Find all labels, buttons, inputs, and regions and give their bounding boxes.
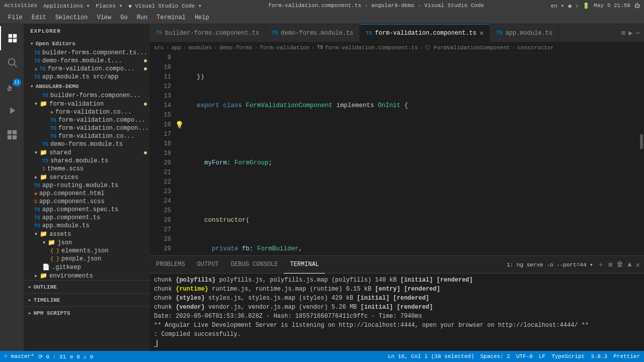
source-control-activity-icon[interactable]: 11 (0, 74, 24, 99)
tree-theme-scss[interactable]: Stheme.scss (24, 165, 150, 173)
tree-shared-folder[interactable]: ▾📁shared (24, 148, 150, 157)
close-panel-icon[interactable]: ✕ (636, 260, 640, 269)
applications-menu[interactable]: Applications ▾ (43, 3, 90, 9)
terminal-content[interactable]: chunk {polyfills} polyfills.js, polyfill… (150, 274, 644, 351)
prettier[interactable]: Prettier (613, 353, 640, 359)
run-activity-icon[interactable] (0, 99, 24, 123)
tree-gitkeep[interactable]: 📄.gitkeep (24, 263, 150, 272)
project-section-header[interactable]: ▾ANGULAR9-DEMO (24, 81, 150, 92)
vscode-menu[interactable]: ◆ Visual Studio Code ▾ (128, 3, 201, 9)
open-editor-form-validation[interactable]: ✕ TS form-validation.compo... (24, 65, 150, 73)
tree-shared-module[interactable]: TSshared.module.ts (24, 157, 150, 165)
split-terminal-icon[interactable]: ⊞ (608, 260, 612, 269)
encoding[interactable]: UTF-8 (516, 353, 533, 359)
tree-app-html[interactable]: ◈app.component.html (24, 190, 150, 198)
status-bar-left: ⑃ master* ⟳ 0 : 31 ⊘ 0 ⚠ 0 (4, 353, 93, 360)
tab-demo-forms[interactable]: TS demo-forms.module.ts (266, 24, 360, 42)
code-line-10: export class FormValidationComponent imp… (187, 101, 637, 111)
tree-fv-ts1[interactable]: TSform-validation.compo... (24, 116, 150, 124)
tab-app-module[interactable]: TS app.module.ts (490, 24, 559, 42)
maximize-panel-icon[interactable]: ▲ (627, 260, 631, 268)
tree-app-scss[interactable]: Sapp.component.scss (24, 198, 150, 206)
panel-tab-problems[interactable]: PROBLEMS (150, 256, 191, 274)
tree-elements-json[interactable]: { }elements.json (24, 247, 150, 255)
bc-class[interactable]: ⬡ FormValidationComponent (425, 44, 510, 51)
run-code-icon[interactable]: ▶ (628, 29, 632, 37)
ts-version[interactable]: 3.8.3 (591, 353, 607, 359)
editor-scrollbar[interactable] (639, 53, 644, 255)
more-actions-icon[interactable]: ⋯ (636, 29, 640, 37)
menu-view[interactable]: View (93, 13, 115, 22)
error-warning-count[interactable]: ⊘ 0 ⚠ 0 (70, 353, 93, 360)
line-numbers: 9 10 11 12 13 14 15 16 17 18 19 20 21 22… (150, 53, 175, 255)
term-line-3: chunk {styles} styles.js, styles.js.map … (154, 294, 640, 303)
open-editor-demo[interactable]: TS demo-forms.module.t... (24, 57, 150, 65)
bc-app[interactable]: app (171, 45, 181, 51)
activities-menu[interactable]: Activities (4, 3, 37, 9)
menu-help[interactable]: Help (191, 13, 213, 22)
tree-assets-folder[interactable]: ▾📁assets (24, 230, 150, 238)
open-editor-app-module[interactable]: TS app.module.ts src/app (24, 73, 150, 81)
language-mode[interactable]: TypeScript (551, 353, 585, 359)
kill-terminal-icon[interactable]: 🗑 (616, 260, 623, 268)
tab-ts-icon: TS (156, 30, 162, 36)
search-activity-icon[interactable] (0, 50, 24, 74)
panel-tab-terminal[interactable]: TERMINAL (284, 256, 325, 274)
tab-close-button[interactable]: ✕ (479, 30, 484, 37)
power-icon[interactable]: ⏻ (634, 3, 640, 9)
menu-edit[interactable]: Edit (28, 13, 50, 22)
tree-demo-forms-module[interactable]: TSdemo-forms.module.ts (24, 140, 150, 148)
extensions-activity-icon[interactable] (0, 123, 24, 147)
code-content[interactable]: }) export class FormValidationComponent … (185, 53, 639, 255)
timeline-header[interactable]: ▸TIMELINE (24, 295, 150, 305)
outline-header[interactable]: ▸OUTLINE (24, 282, 150, 292)
open-editor-builder[interactable]: TS builder-forms.component.ts... (24, 49, 150, 57)
explorer-activity-icon[interactable] (0, 26, 24, 50)
split-editor-icon[interactable]: ⊞ (621, 29, 625, 37)
git-branch[interactable]: ⑃ master* (4, 353, 34, 359)
open-editors-header[interactable]: ▾Open Editors (24, 38, 150, 49)
tab-form-validation-label: form-validation.component.ts (375, 30, 476, 37)
tree-fv-ts2[interactable]: TSform-validation.compon... (24, 124, 150, 132)
tab-form-validation[interactable]: TS form-validation.component.ts ✕ (360, 24, 490, 42)
panel-tab-debug[interactable]: DEBUG CONSOLE (225, 256, 284, 274)
menu-selection[interactable]: Selection (51, 13, 92, 22)
tree-app-module[interactable]: TSapp.module.ts (24, 222, 150, 230)
menu-file[interactable]: File (4, 13, 27, 22)
bc-form-validation[interactable]: form-validation (260, 45, 309, 51)
menu-bar: File Edit Selection View Go Run Terminal… (0, 11, 644, 24)
tree-builder-forms[interactable]: TSbuilder-forms.componen... (24, 92, 150, 100)
sync-status[interactable]: ⟳ 0 : 31 (38, 353, 66, 360)
tab-builder-forms[interactable]: TS builder-forms.component.ts (150, 24, 266, 42)
sidebar: Explorer ▾Open Editors TS builder-forms.… (24, 24, 150, 351)
tree-app-component[interactable]: TSapp.component.ts (24, 214, 150, 222)
menu-go[interactable]: Go (116, 13, 131, 22)
input-method[interactable]: en ▾ (551, 3, 564, 9)
places-menu[interactable]: Places ▾ (96, 3, 122, 9)
tree-environments-folder[interactable]: ▸📁environments (24, 272, 150, 280)
tree-fv-ts3[interactable]: TSform-validation.co... (24, 132, 150, 140)
tree-form-validation-folder[interactable]: ▾📁form-validation (24, 100, 150, 108)
code-line-13 (187, 187, 637, 197)
bc-filename[interactable]: form-validation.component.ts (325, 45, 418, 51)
menu-run[interactable]: Run (133, 13, 152, 22)
bc-demo-forms[interactable]: demo-forms (219, 45, 253, 51)
new-terminal-icon[interactable]: ＋ (597, 260, 604, 269)
line-ending[interactable]: LF (539, 353, 545, 359)
panel-tab-output[interactable]: OUTPUT (191, 256, 225, 274)
tree-people-json[interactable]: { }people.json (24, 255, 150, 263)
tree-app-routing[interactable]: TSapp-routing.module.ts (24, 182, 150, 190)
terminal-selector[interactable]: 1: ng serve -o --port=44 ▾ (507, 261, 593, 268)
tree-json-folder[interactable]: ▾📁json (24, 238, 150, 247)
tree-fv-html[interactable]: ◈form-validation.co... (24, 108, 150, 116)
bc-constructor[interactable]: constructor (517, 45, 554, 51)
npm-scripts-header[interactable]: ▸NPM SCRIPTS (24, 308, 150, 318)
tree-app-spec[interactable]: TSapp.component.spec.ts (24, 206, 150, 214)
tree-services-folder[interactable]: ▸📁services (24, 173, 150, 182)
menu-terminal[interactable]: Terminal (152, 13, 190, 22)
bc-modules[interactable]: modules (189, 45, 212, 51)
cursor-position[interactable]: Ln 16, Col 1 (38 selected) (388, 353, 474, 359)
bc-src[interactable]: src (154, 45, 164, 51)
tabs-container: TS builder-forms.component.ts TS demo-fo… (150, 24, 617, 42)
indentation[interactable]: Spaces: 2 (480, 353, 510, 359)
